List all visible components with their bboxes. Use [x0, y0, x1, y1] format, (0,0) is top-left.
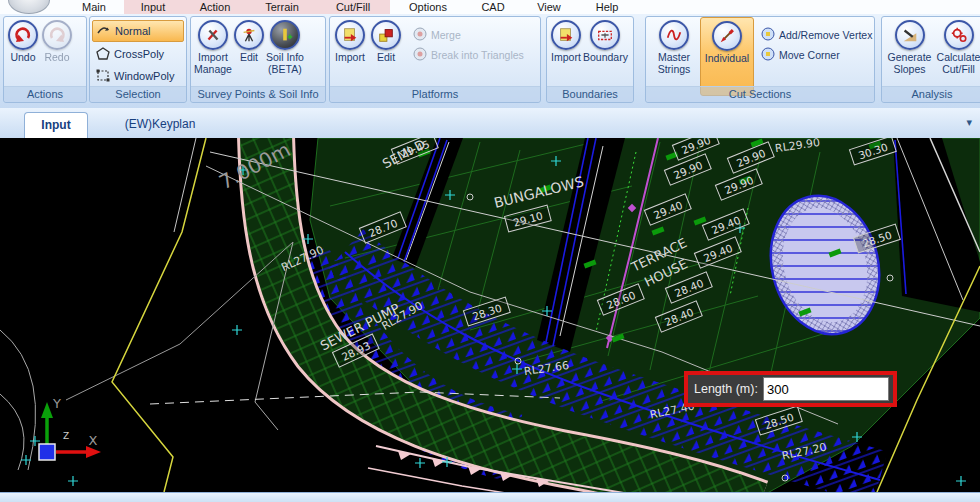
selection-mode-crosspoly[interactable]: CrossPoly [92, 44, 184, 64]
doc-tab-input[interactable]: Input [24, 112, 88, 139]
selection-mode-windowpoly[interactable]: WindowPoly [92, 66, 184, 86]
soil-info-label: Soil Info (BETA) [266, 52, 304, 76]
move-corner-icon [761, 47, 775, 63]
move-corner-item[interactable]: Move Corner [761, 45, 872, 65]
generate-slopes-label: Generate Slopes [888, 52, 932, 76]
boundary-button[interactable]: Boundary [583, 17, 628, 64]
ribbon-tab-input[interactable]: Input [124, 0, 182, 14]
undo-button[interactable]: Undo [8, 17, 38, 64]
undo-label: Undo [10, 52, 35, 64]
selection-normal-label: Normal [115, 25, 150, 37]
soil-info-button[interactable]: Soil Info (BETA) [266, 17, 304, 76]
ribbon-group-platforms: Import Edit Merge Break into Triangl [329, 16, 541, 103]
ribbon-tab-help[interactable]: Help [578, 0, 636, 14]
theodolite-icon [234, 20, 264, 50]
svg-text:X: X [89, 433, 98, 448]
ribbon-group-boundaries: Import Boundary Boundaries [546, 16, 634, 103]
individual-section-icon [712, 21, 742, 51]
cad-canvas[interactable]: Y X Z 29.4528.7029.1029.9029.9029.9029.9… [0, 138, 980, 492]
length-input-label: Length (m): [688, 382, 758, 396]
selection-crosspoly-label: CrossPoly [114, 48, 164, 60]
length-input-overlay: Length (m): [684, 371, 897, 407]
boundary-icon [590, 20, 620, 50]
ribbon-tab-action[interactable]: Action [182, 0, 248, 14]
generate-slopes-button[interactable]: Generate Slopes [886, 17, 933, 76]
generate-slopes-icon [895, 20, 925, 50]
group-label-selection: Selection [90, 86, 186, 102]
group-label-analysis: Analysis [882, 86, 980, 102]
group-label-boundaries: Boundaries [547, 86, 633, 102]
svg-text:Y: Y [52, 396, 61, 411]
individual-label: Individual [705, 53, 749, 65]
status-bar [0, 492, 980, 502]
ribbon: Undo Redo Actions Normal [0, 14, 980, 109]
group-label-survey: Survey Points & Soil Info [191, 86, 325, 102]
ribbon-tab-terrain[interactable]: Terrain [248, 0, 316, 14]
ribbon-tab-main[interactable]: Main [64, 0, 124, 14]
break-into-triangles-item: Break into Triangles [413, 45, 524, 65]
ribbon-tab-cad[interactable]: CAD [466, 0, 520, 14]
windowpoly-icon [96, 69, 110, 84]
import-manage-button[interactable]: Import Manage [194, 17, 232, 76]
cad-viewport[interactable]: Y X Z 29.4528.7029.1029.9029.9029.9029.9… [0, 138, 980, 492]
ribbon-group-cut-sections: Master Strings Individual Add/Remove Ver… [645, 16, 875, 103]
length-input[interactable] [763, 377, 889, 401]
normal-select-icon [97, 24, 111, 39]
svg-text:Z: Z [63, 431, 69, 441]
document-tab-bar: Input (EW)Keyplan ▾ [0, 108, 980, 138]
ribbon-group-selection: Normal CrossPoly WindowPoly Selection [89, 16, 187, 103]
soil-info-icon [270, 20, 300, 50]
master-strings-button[interactable]: Master Strings [651, 17, 697, 76]
group-label-platforms: Platforms [330, 86, 540, 102]
break-triangles-label: Break into Triangles [431, 49, 524, 61]
platform-import-label: Import [335, 52, 365, 64]
merge-icon [413, 27, 427, 43]
survey-edit-button[interactable]: Edit [234, 17, 264, 64]
survey-edit-label: Edit [240, 52, 258, 64]
vertex-icon [761, 27, 775, 43]
ribbon-group-analysis: Generate Slopes Calculate Cut/Fill Analy… [881, 16, 980, 103]
ribbon-group-survey: Import Manage Edit Soil Info (BETA) Surv… [190, 16, 326, 103]
doc-tab-ew-keyplan[interactable]: (EW)Keyplan [100, 112, 220, 138]
boundary-import-label: Import [551, 52, 581, 64]
redo-icon [42, 20, 72, 50]
ribbon-tab-options[interactable]: Options [390, 0, 466, 14]
master-strings-label: Master Strings [658, 52, 691, 76]
import-doc-icon [551, 20, 581, 50]
move-corner-label: Move Corner [779, 49, 840, 61]
group-label-actions: Actions [4, 86, 86, 102]
platform-edit-button[interactable]: Edit [371, 17, 401, 64]
tab-list-dropdown-icon[interactable]: ▾ [966, 116, 972, 129]
import-manage-label: Import Manage [194, 52, 232, 76]
merge-item: Merge [413, 25, 524, 45]
calculate-cutfill-button[interactable]: Calculate Cut/Fill [935, 17, 980, 76]
boundary-label: Boundary [583, 52, 628, 64]
tools-icon [198, 20, 228, 50]
selection-mode-normal[interactable]: Normal [92, 20, 184, 42]
boundary-import-button[interactable]: Import [551, 17, 581, 64]
app-window: Main Input Action Terrain Cut/Fill Optio… [0, 0, 980, 502]
cubes-icon [371, 20, 401, 50]
platform-import-button[interactable]: Import [335, 17, 365, 64]
crosspoly-icon [96, 47, 110, 62]
break-triangles-icon [413, 47, 427, 63]
merge-label: Merge [431, 29, 461, 41]
ribbon-group-actions: Undo Redo Actions [3, 16, 87, 103]
ribbon-tab-strip: Main Input Action Terrain Cut/Fill Optio… [0, 0, 980, 14]
import-doc-icon [335, 20, 365, 50]
ribbon-tab-view[interactable]: View [520, 0, 578, 14]
platform-edit-label: Edit [377, 52, 395, 64]
gears-icon [944, 20, 974, 50]
ribbon-tab-cutfill[interactable]: Cut/Fill [316, 0, 390, 14]
group-label-cut-sections: Cut Sections [646, 86, 874, 102]
add-remove-vertex-label: Add/Remove Vertex [779, 29, 872, 41]
master-strings-icon [659, 20, 689, 50]
redo-label: Redo [44, 52, 69, 64]
redo-button: Redo [42, 17, 72, 64]
selection-windowpoly-label: WindowPoly [114, 70, 175, 82]
individual-button[interactable]: Individual [700, 17, 754, 96]
undo-icon [8, 20, 38, 50]
calculate-cutfill-label: Calculate Cut/Fill [937, 52, 980, 76]
add-remove-vertex-item[interactable]: Add/Remove Vertex [761, 25, 872, 45]
